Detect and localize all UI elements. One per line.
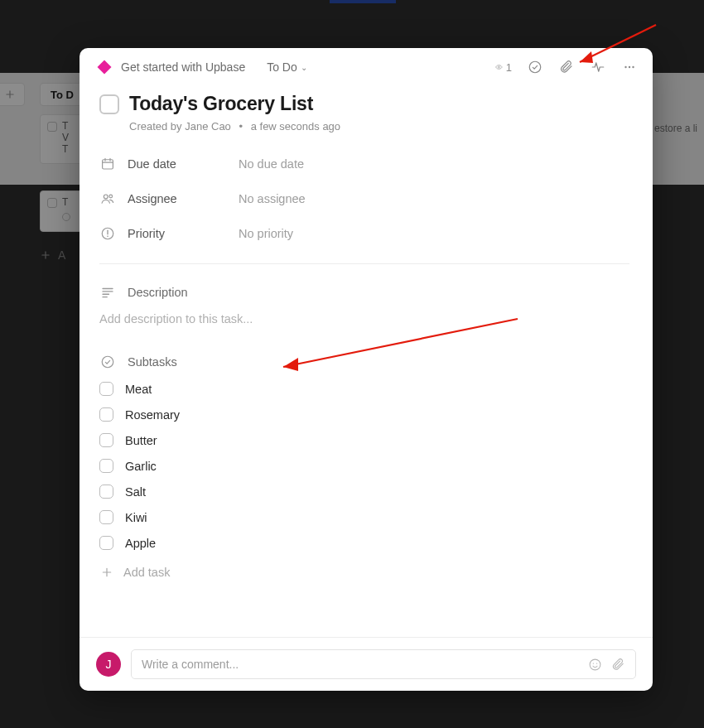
subtask-item[interactable]: Apple xyxy=(99,536,629,550)
task-meta: Created by Jane Cao • a few seconds ago xyxy=(129,120,629,133)
assignee-label: Assignee xyxy=(128,192,239,205)
svg-point-6 xyxy=(104,195,108,199)
avatar[interactable]: J xyxy=(96,652,121,677)
subtask-checkbox[interactable] xyxy=(99,510,113,524)
svg-point-11 xyxy=(590,659,600,670)
attachments-button[interactable] xyxy=(558,59,575,75)
description-header: Description xyxy=(99,284,629,301)
ellipsis-icon xyxy=(622,60,637,75)
subtask-checkbox[interactable] xyxy=(99,382,113,396)
description-input[interactable]: Add description to this task... xyxy=(99,312,629,325)
subtask-label: Garlic xyxy=(125,460,157,473)
svg-point-13 xyxy=(596,663,596,663)
activity-icon xyxy=(591,60,605,75)
subtask-label: Salt xyxy=(125,485,146,499)
priority-row[interactable]: Priority No priority xyxy=(99,225,629,242)
emoji-button[interactable] xyxy=(587,657,602,672)
attach-button[interactable] xyxy=(610,657,625,672)
mark-complete-button[interactable] xyxy=(527,59,543,75)
add-subtask-button[interactable]: Add task xyxy=(99,565,629,579)
assignee-row[interactable]: Assignee No assignee xyxy=(99,190,629,207)
status-dropdown[interactable]: To Do ⌄ xyxy=(267,60,307,74)
smile-icon xyxy=(588,658,602,672)
status-label: To Do xyxy=(267,60,297,74)
task-title[interactable]: Today's Grocery List xyxy=(129,93,313,115)
subtask-checkbox[interactable] xyxy=(99,433,113,447)
subtasks-label: Subtasks xyxy=(128,355,177,369)
svg-point-1 xyxy=(529,61,541,73)
subtask-checkbox[interactable] xyxy=(99,485,113,499)
check-circle-icon xyxy=(528,60,542,75)
subtask-checkbox[interactable] xyxy=(99,407,113,422)
subtask-checkbox[interactable] xyxy=(99,459,113,473)
subtask-label: Kiwi xyxy=(125,511,147,524)
subtask-label: Butter xyxy=(125,434,157,447)
subtasks-icon xyxy=(99,354,116,370)
assignee-value: No assignee xyxy=(239,192,306,205)
subtasks-header: Subtasks xyxy=(99,354,629,370)
comment-input[interactable]: Write a comment... xyxy=(131,649,636,679)
svg-point-2 xyxy=(624,66,626,68)
modal-header: Get started with Upbase To Do ⌄ 1 xyxy=(80,48,653,86)
watchers-count: 1 xyxy=(506,61,512,74)
svg-point-3 xyxy=(629,66,630,68)
chevron-down-icon: ⌄ xyxy=(301,63,307,72)
svg-point-7 xyxy=(109,195,113,198)
modal-footer: J Write a comment... xyxy=(80,637,653,691)
comment-placeholder: Write a comment... xyxy=(142,658,239,671)
subtask-item[interactable]: Butter xyxy=(99,433,629,447)
modal-body: Today's Grocery List Created by Jane Cao… xyxy=(80,86,653,637)
brand-icon xyxy=(98,60,112,75)
priority-icon xyxy=(99,225,116,242)
paperclip-icon xyxy=(559,60,574,75)
more-menu-button[interactable] xyxy=(621,59,638,75)
svg-point-9 xyxy=(107,235,108,237)
created-by-name: Jane Cao xyxy=(185,120,231,133)
subtask-label: Rosemary xyxy=(125,408,180,422)
subtask-label: Meat xyxy=(125,383,152,396)
svg-point-0 xyxy=(498,66,499,68)
task-modal: Get started with Upbase To Do ⌄ 1 Today'… xyxy=(80,48,653,691)
watchers-button[interactable]: 1 xyxy=(495,59,512,75)
subtask-checkbox[interactable] xyxy=(99,536,113,550)
description-icon xyxy=(99,284,116,301)
svg-point-10 xyxy=(102,356,113,368)
subtask-label: Apple xyxy=(125,537,156,550)
task-complete-checkbox[interactable] xyxy=(99,94,119,114)
svg-rect-5 xyxy=(103,160,113,169)
due-date-row[interactable]: Due date No due date xyxy=(99,156,629,172)
subtask-item[interactable]: Salt xyxy=(99,485,629,499)
activity-button[interactable] xyxy=(590,59,606,75)
meta-separator: • xyxy=(239,120,243,133)
svg-point-4 xyxy=(632,66,634,68)
subtask-list: Meat Rosemary Butter Garlic Salt Kiwi xyxy=(99,382,629,550)
subtask-item[interactable]: Kiwi xyxy=(99,510,629,524)
subtask-item[interactable]: Rosemary xyxy=(99,407,629,422)
users-icon xyxy=(99,190,116,207)
paperclip-icon xyxy=(611,658,625,672)
subtask-item[interactable]: Meat xyxy=(99,382,629,396)
svg-point-12 xyxy=(592,663,593,663)
breadcrumb-project[interactable]: Get started with Upbase xyxy=(121,60,245,74)
priority-label: Priority xyxy=(128,227,239,240)
created-time: a few seconds ago xyxy=(251,120,340,133)
description-label: Description xyxy=(128,286,188,299)
priority-value: No priority xyxy=(239,227,293,240)
eye-icon xyxy=(495,60,503,75)
calendar-icon xyxy=(99,156,116,172)
due-date-label: Due date xyxy=(128,157,239,171)
created-by-prefix: Created by xyxy=(129,120,185,133)
plus-icon xyxy=(99,565,113,579)
section-divider xyxy=(99,263,629,264)
due-date-value: No due date xyxy=(239,157,304,171)
subtask-item[interactable]: Garlic xyxy=(99,459,629,473)
add-subtask-label: Add task xyxy=(123,566,170,579)
